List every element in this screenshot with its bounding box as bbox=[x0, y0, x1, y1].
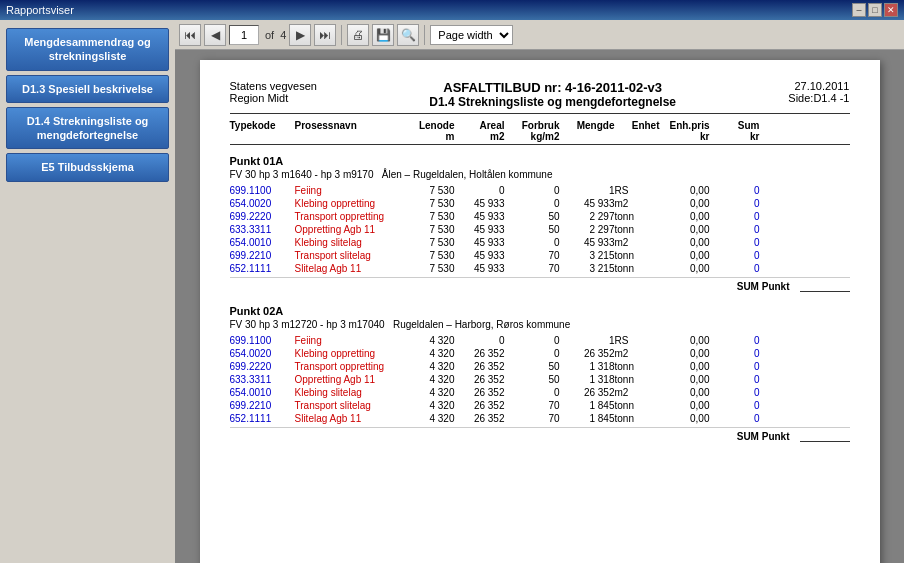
zoom-select[interactable]: Page width 75% 100% 125% 150% bbox=[430, 25, 513, 45]
sidebar-item-d13[interactable]: D1.3 Spesiell beskrivelse bbox=[6, 75, 169, 103]
cell-forbruk: 70 bbox=[505, 263, 560, 274]
title-bar-text: Rapportsviser bbox=[6, 4, 74, 16]
cell-sum: 0 bbox=[710, 224, 760, 235]
cell-sum: 0 bbox=[710, 374, 760, 385]
cell-prosessnavn: Klebing slitelag bbox=[295, 237, 405, 248]
table-row: 654.0020 Klebing oppretting 7 530 45 933… bbox=[230, 197, 850, 210]
sum-label-1: SUM Punkt bbox=[737, 281, 790, 292]
cell-enhet: tonn bbox=[615, 250, 660, 261]
cell-typekode: 654.0020 bbox=[230, 348, 295, 359]
cell-enhpris: 0,00 bbox=[660, 250, 710, 261]
back-to-start-button[interactable]: ⏮ bbox=[179, 24, 201, 46]
cell-typekode: 633.3311 bbox=[230, 374, 295, 385]
sidebar: Mengdesammendrag og strekningsliste D1.3… bbox=[0, 20, 175, 563]
cell-sum: 0 bbox=[710, 185, 760, 196]
cell-lenode: 4 320 bbox=[405, 374, 455, 385]
export-button[interactable]: 💾 bbox=[372, 24, 394, 46]
cell-forbruk: 0 bbox=[505, 387, 560, 398]
cell-areal: 26 352 bbox=[455, 387, 505, 398]
table-row: 699.2210 Transport slitelag 4 320 26 352… bbox=[230, 399, 850, 412]
cell-prosessnavn: Slitelag Agb 11 bbox=[295, 413, 405, 424]
title-bar: Rapportsviser – □ ✕ bbox=[0, 0, 904, 20]
cell-lenode: 4 320 bbox=[405, 335, 455, 346]
page-input[interactable] bbox=[229, 25, 259, 45]
maximize-button[interactable]: □ bbox=[868, 3, 882, 17]
col-areal: Arealm2 bbox=[455, 120, 505, 142]
table-row: 699.2220 Transport oppretting 7 530 45 9… bbox=[230, 210, 850, 223]
minimize-button[interactable]: – bbox=[852, 3, 866, 17]
cell-prosessnavn: Feiing bbox=[295, 335, 405, 346]
cell-lenode: 4 320 bbox=[405, 387, 455, 398]
table-row: 633.3311 Oppretting Agb 11 4 320 26 352 … bbox=[230, 373, 850, 386]
cell-areal: 45 933 bbox=[455, 211, 505, 222]
cell-sum: 0 bbox=[710, 400, 760, 411]
last-page-button[interactable]: ⏭ bbox=[314, 24, 336, 46]
sidebar-item-e5[interactable]: E5 Tilbudsskjema bbox=[6, 153, 169, 181]
table-row: 633.3311 Oppretting Agb 11 7 530 45 933 … bbox=[230, 223, 850, 236]
cell-sum: 0 bbox=[710, 198, 760, 209]
cell-lenode: 4 320 bbox=[405, 361, 455, 372]
cell-typekode: 654.0010 bbox=[230, 387, 295, 398]
column-headers: Typekode Prosessnavn Lenodem Arealm2 For… bbox=[230, 118, 850, 145]
cell-forbruk: 0 bbox=[505, 198, 560, 209]
table-row: 699.2220 Transport oppretting 4 320 26 3… bbox=[230, 360, 850, 373]
separator2 bbox=[424, 25, 425, 45]
cell-lenode: 4 320 bbox=[405, 348, 455, 359]
cell-typekode: 654.0020 bbox=[230, 198, 295, 209]
sum-punkt1: SUM Punkt bbox=[230, 277, 850, 295]
section-punkt02a-subtitle: FV 30 hp 3 m12720 - hp 3 m17040 Rugeldal… bbox=[230, 319, 850, 330]
cell-forbruk: 70 bbox=[505, 400, 560, 411]
cell-prosessnavn: Klebing slitelag bbox=[295, 387, 405, 398]
cell-enhet: tonn bbox=[615, 211, 660, 222]
cell-prosessnavn: Feiing bbox=[295, 185, 405, 196]
cell-typekode: 652.1111 bbox=[230, 413, 295, 424]
section-punkt01a-subtitle: FV 30 hp 3 m1640 - hp 3 m9170 Ålen – Rug… bbox=[230, 169, 850, 180]
close-button[interactable]: ✕ bbox=[884, 3, 898, 17]
col-enhpris: Enh.priskr bbox=[660, 120, 710, 142]
cell-prosessnavn: Klebing oppretting bbox=[295, 198, 405, 209]
section-punkt02a-title: Punkt 02A bbox=[230, 305, 850, 317]
cell-prosessnavn: Slitelag Agb 11 bbox=[295, 263, 405, 274]
sidebar-item-d14[interactable]: D1.4 Strekningsliste og mengdefortegnels… bbox=[6, 107, 169, 150]
view-button[interactable]: 🔍 bbox=[397, 24, 419, 46]
cell-mengde: 45 933 bbox=[560, 237, 615, 248]
sidebar-item-mengde[interactable]: Mengdesammendrag og strekningsliste bbox=[6, 28, 169, 71]
cell-lenode: 4 320 bbox=[405, 413, 455, 424]
header-divider bbox=[230, 113, 850, 114]
cell-enhet: tonn bbox=[615, 361, 660, 372]
report-page: Side:D1.4 -1 bbox=[788, 92, 849, 104]
main-layout: Mengdesammendrag og strekningsliste D1.3… bbox=[0, 20, 904, 563]
table-row: 699.1100 Feiing 7 530 0 0 1 RS 0,00 0 bbox=[230, 184, 850, 197]
cell-areal: 0 bbox=[455, 185, 505, 196]
cell-areal: 0 bbox=[455, 335, 505, 346]
cell-mengde: 2 297 bbox=[560, 224, 615, 235]
cell-mengde: 45 933 bbox=[560, 198, 615, 209]
cell-mengde: 1 bbox=[560, 335, 615, 346]
prev-page-button[interactable]: ◀ bbox=[204, 24, 226, 46]
next-page-button[interactable]: ▶ bbox=[289, 24, 311, 46]
cell-mengde: 1 318 bbox=[560, 374, 615, 385]
cell-typekode: 633.3311 bbox=[230, 224, 295, 235]
page-of-label: of bbox=[265, 29, 274, 41]
doc-subtitle: D1.4 Strekningsliste og mengdefortegnels… bbox=[429, 95, 676, 109]
cell-lenode: 7 530 bbox=[405, 211, 455, 222]
cell-typekode: 699.2220 bbox=[230, 361, 295, 372]
table-row: 654.0020 Klebing oppretting 4 320 26 352… bbox=[230, 347, 850, 360]
cell-areal: 26 352 bbox=[455, 400, 505, 411]
cell-prosessnavn: Transport slitelag bbox=[295, 400, 405, 411]
cell-areal: 26 352 bbox=[455, 413, 505, 424]
table-row: 699.2210 Transport slitelag 7 530 45 933… bbox=[230, 249, 850, 262]
col-sum: Sumkr bbox=[710, 120, 760, 142]
doc-title: ASFALTTILBUD nr: 4-16-2011-02-v3 bbox=[429, 80, 676, 95]
cell-enhet: RS bbox=[615, 185, 660, 196]
cell-prosessnavn: Klebing oppretting bbox=[295, 348, 405, 359]
cell-enhpris: 0,00 bbox=[660, 387, 710, 398]
cell-lenode: 7 530 bbox=[405, 185, 455, 196]
print-button[interactable]: 🖨 bbox=[347, 24, 369, 46]
cell-enhpris: 0,00 bbox=[660, 211, 710, 222]
cell-typekode: 699.2220 bbox=[230, 211, 295, 222]
cell-areal: 26 352 bbox=[455, 374, 505, 385]
cell-areal: 45 933 bbox=[455, 224, 505, 235]
cell-prosessnavn: Oppretting Agb 11 bbox=[295, 224, 405, 235]
cell-lenode: 7 530 bbox=[405, 263, 455, 274]
